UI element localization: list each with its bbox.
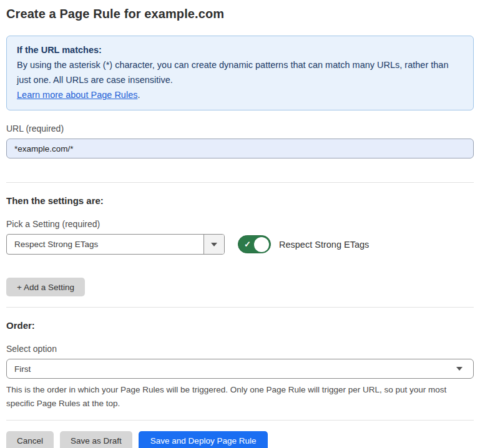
section-divider — [6, 307, 474, 308]
footer-divider — [6, 420, 474, 421]
setting-dropdown-arrow[interactable] — [203, 235, 224, 254]
save-draft-button[interactable]: Save as Draft — [60, 431, 132, 448]
create-page-rule-form: Create a Page Rule for example.com If th… — [0, 0, 480, 448]
order-dropdown[interactable]: First — [6, 359, 474, 379]
setting-dropdown[interactable]: Respect Strong ETags — [6, 234, 225, 255]
toggle-label: Respect Strong ETags — [279, 240, 369, 250]
settings-section-heading: Then the settings are: — [6, 195, 474, 206]
info-box-link-line: Learn more about Page Rules. — [17, 87, 463, 102]
url-input[interactable] — [6, 139, 474, 158]
respect-strong-etags-toggle[interactable]: ✓ — [238, 235, 271, 253]
order-help-text: This is the order in which your Page Rul… — [6, 383, 474, 411]
toggle-knob — [254, 237, 269, 252]
info-box-body: By using the asterisk (*) character, you… — [17, 57, 463, 87]
info-box-heading: If the URL matches: — [17, 42, 463, 57]
link-period: . — [137, 90, 140, 100]
cancel-button[interactable]: Cancel — [6, 431, 54, 448]
chevron-down-icon — [456, 367, 463, 371]
section-divider — [6, 182, 474, 183]
chevron-down-icon — [211, 243, 217, 246]
url-field-label: URL (required) — [6, 124, 474, 134]
setting-row: Respect Strong ETags ✓ Respect Strong ET… — [6, 234, 474, 255]
url-match-info-box: If the URL matches: By using the asteris… — [6, 36, 474, 110]
order-dropdown-value: First — [14, 364, 31, 374]
setting-picker-label: Pick a Setting (required) — [6, 219, 474, 229]
learn-more-link[interactable]: Learn more about Page Rules — [17, 90, 137, 100]
order-select-label: Select option — [6, 344, 474, 354]
footer-actions: Cancel Save as Draft Save and Deploy Pag… — [6, 431, 474, 448]
add-setting-button[interactable]: + Add a Setting — [6, 278, 85, 296]
page-title: Create a Page Rule for example.com — [6, 7, 474, 21]
save-deploy-button[interactable]: Save and Deploy Page Rule — [139, 431, 268, 448]
check-icon: ✓ — [244, 240, 251, 249]
setting-dropdown-value: Respect Strong ETags — [7, 235, 203, 254]
order-section-heading: Order: — [6, 320, 474, 331]
